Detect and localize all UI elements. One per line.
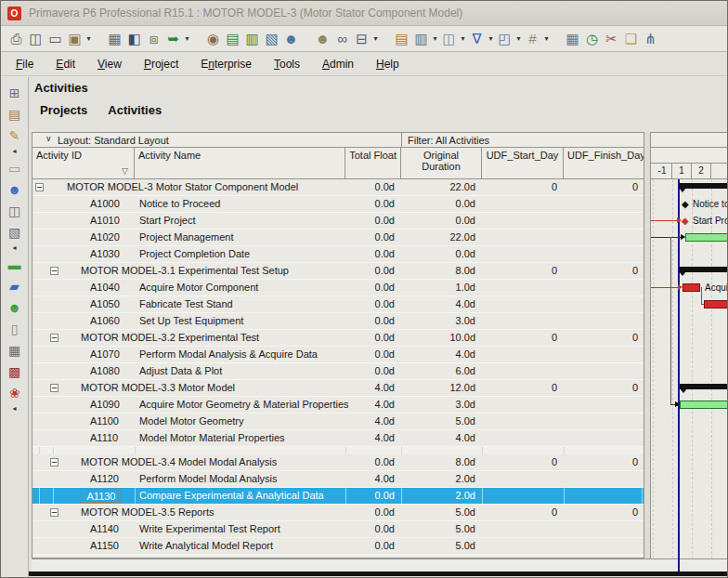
global-change-icon[interactable]: ✂: [602, 29, 621, 48]
column-header-activity-name[interactable]: Activity Name: [135, 148, 345, 179]
notebook-icon[interactable]: ✎: [4, 125, 26, 147]
column-header-total-float[interactable]: Total Float: [345, 148, 401, 179]
table-gantt-splitter[interactable]: [644, 132, 651, 574]
activity-usage-icon[interactable]: ▥: [242, 29, 262, 48]
collapse-icon[interactable]: ◂: [4, 404, 26, 415]
activity-details-icon[interactable]: ◧: [124, 29, 144, 48]
progress-spotlight-icon-caret[interactable]: ▾: [183, 27, 191, 51]
collapse-icon[interactable]: ◂: [4, 243, 26, 255]
collapse-group-icon[interactable]: −: [35, 183, 44, 191]
publish-icon-caret[interactable]: ▾: [84, 27, 93, 51]
resource-usage-icon[interactable]: ▤: [223, 29, 242, 48]
network-view-icon[interactable]: ⧈: [144, 29, 163, 48]
table-font-icon-caret[interactable]: ▾: [459, 27, 467, 51]
group-sort-icon[interactable]: #: [523, 29, 542, 48]
page-setup-icon[interactable]: ▭: [46, 29, 65, 48]
menu-file[interactable]: File: [16, 58, 33, 71]
details-table-icon[interactable]: ▦: [563, 29, 582, 48]
menu-admin[interactable]: Admin: [322, 58, 354, 71]
table-row[interactable]: A1000Notice to Proceed0.0d0.0d: [32, 196, 644, 213]
menu-help[interactable]: Help: [376, 58, 399, 71]
gantt-activity-bar[interactable]: [680, 401, 728, 409]
projects-icon[interactable]: ▭: [4, 158, 26, 179]
assignments-icon[interactable]: ▰: [4, 276, 26, 297]
table-row[interactable]: A1120Perform Model Modal Analysis4.0d2.0…: [32, 471, 644, 488]
collapse-group-icon[interactable]: −: [50, 267, 58, 275]
roles-icon[interactable]: ☻: [313, 29, 332, 48]
resources-icon[interactable]: ☻: [4, 179, 26, 201]
resources-icon[interactable]: ☻: [281, 29, 301, 48]
vertical-split-icon[interactable]: ⋔: [641, 29, 660, 48]
table-row[interactable]: A1130Compare Experimental & Analytical D…: [32, 488, 644, 505]
tab-projects[interactable]: Projects: [40, 103, 87, 117]
table-row[interactable]: A1140Write Experimental Test Report0.0d5…: [32, 521, 644, 538]
layout-icon-caret[interactable]: ▾: [514, 27, 523, 51]
menu-enterprise[interactable]: Enterprise: [201, 58, 252, 71]
bars-icon[interactable]: ▤: [392, 29, 411, 48]
collapse-group-icon[interactable]: −: [50, 384, 58, 392]
filter-label[interactable]: Filter: All Activities: [408, 135, 489, 146]
table-font-icon[interactable]: ◫: [439, 29, 459, 48]
issues-icon[interactable]: ❀: [4, 383, 26, 404]
table-row[interactable]: A1030Project Completion Date0.0d0.0d: [32, 246, 644, 263]
menu-view[interactable]: View: [98, 58, 122, 71]
add-activity-icon[interactable]: ⊞: [4, 83, 26, 104]
bar-options-icon[interactable]: ⊟: [352, 29, 371, 48]
table-row[interactable]: A1040Acquire Motor Component0.0d1.0d: [32, 280, 644, 296]
table-row[interactable]: A1100Model Motor Geometry4.0d5.0d: [32, 414, 644, 430]
filter-icon[interactable]: ∇: [467, 29, 487, 48]
bar-options-icon-caret[interactable]: ▾: [371, 27, 380, 51]
gantt-activity-bar[interactable]: [682, 283, 700, 292]
table-row[interactable]: A1150Write Analytical Model Report0.0d5.…: [32, 538, 644, 555]
update-progress-icon[interactable]: ◷: [582, 29, 602, 48]
expenses-icon[interactable]: ▬: [4, 255, 26, 276]
table-row[interactable]: −MOTOR MODEL-3.4 Model Modal Analysis0.0…: [32, 454, 644, 471]
chevron-down-icon[interactable]: ∨: [46, 134, 52, 143]
table-row[interactable]: A1110Model Motor Material Properties4.0d…: [32, 430, 644, 447]
table-row[interactable]: A1010Start Project0.0d0.0d: [32, 213, 644, 230]
collapse-group-icon[interactable]: −: [50, 334, 58, 342]
columns-icon[interactable]: ▥: [411, 29, 431, 48]
wps-icon[interactable]: ▯: [4, 319, 26, 340]
layout-icon[interactable]: ◰: [495, 29, 514, 48]
gantt-milestone[interactable]: ◆: [682, 216, 689, 226]
sort-indicator-icon[interactable]: ▽: [122, 166, 128, 176]
reports-icon[interactable]: ◫: [4, 201, 26, 222]
spreadsheet-icon[interactable]: ▦: [105, 29, 124, 48]
menu-tools[interactable]: Tools: [274, 58, 300, 71]
gantt-milestone[interactable]: ◆: [682, 199, 689, 209]
wbs-icon[interactable]: ▤: [4, 104, 26, 125]
column-header-activity-id[interactable]: Activity ID: [32, 148, 135, 179]
collapse-icon[interactable]: ◂: [4, 147, 26, 158]
group-sort-icon-caret[interactable]: ▾: [542, 27, 551, 51]
menu-project[interactable]: Project: [144, 58, 178, 71]
gantt-timescale[interactable]: -112: [651, 148, 728, 179]
table-row[interactable]: −MOTOR MODEL-3.5 Reports0.0d5.0d00: [32, 505, 644, 521]
tracking-icon[interactable]: ▧: [4, 222, 26, 243]
column-header-udf-start-day[interactable]: UDF_Start_Day: [482, 148, 564, 179]
gantt-activity-bar[interactable]: [704, 300, 728, 309]
layout-options-bar[interactable]: ∨ Layout: Standard Layout Filter: All Ac…: [32, 132, 728, 148]
menu-edit[interactable]: Edit: [56, 58, 75, 71]
table-row[interactable]: −MOTOR MODEL-3.1 Experimental Test Setup…: [32, 263, 644, 280]
print-preview-icon[interactable]: ◫: [26, 29, 46, 48]
column-header-original-duration[interactable]: Original Duration: [401, 148, 482, 179]
tab-activities[interactable]: Activities: [108, 103, 162, 117]
snapshot-icon[interactable]: ◉: [203, 29, 223, 48]
table-row[interactable]: A1070Perform Modal Analysis & Acquire Da…: [32, 347, 644, 363]
table-row[interactable]: A1090Acquire Motor Geometry & Material P…: [32, 397, 644, 414]
table-row[interactable]: A1080Adjust Data & Plot0.0d6.0d: [32, 363, 644, 380]
table-row[interactable]: −MOTOR MODEL-3 Motor Stator Component Mo…: [32, 179, 644, 196]
table-row[interactable]: −MOTOR MODEL-3.2 Experimental Test0.0d10…: [32, 330, 644, 347]
print-icon[interactable]: ⎙: [6, 29, 26, 48]
table-row[interactable]: A1060Set Up Test Equipment0.0d3.0d: [32, 313, 644, 330]
relationships-icon[interactable]: ∞: [332, 29, 352, 48]
filter-icon-caret[interactable]: ▾: [487, 27, 495, 51]
risks-icon[interactable]: ▩: [4, 361, 26, 383]
collapse-group-icon[interactable]: −: [50, 458, 58, 466]
spreadsheet-icon[interactable]: ▦: [4, 340, 26, 361]
column-header-udf-finish-day[interactable]: UDF_Finish_Day: [564, 148, 644, 179]
table-row[interactable]: A1020Project Management0.0d22.0d: [32, 230, 644, 246]
tracking-icon[interactable]: ▧: [262, 29, 281, 48]
layout-label[interactable]: Layout: Standard Layout: [58, 135, 169, 146]
